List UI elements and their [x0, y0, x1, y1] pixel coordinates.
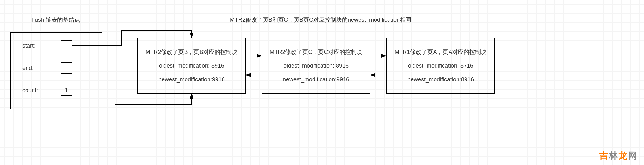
start-label: start: [22, 42, 61, 49]
base-node-end-row: end: [22, 62, 72, 74]
end-pointer-box [61, 62, 72, 74]
control-block-b: MTR2修改了页B，页B对应的控制块 oldest_modification: … [137, 38, 246, 94]
block-a-newest: newest_modification:8916 [407, 76, 474, 83]
block-a-title: MTR1修改了页A，页A对应的控制块 [394, 48, 487, 56]
block-c-newest: newest_modification:9916 [283, 76, 349, 83]
base-node-count-row: count: 1 [22, 85, 72, 96]
control-block-c: MTR2修改了页C，页C对应的控制块 oldest_modification: … [262, 38, 370, 94]
block-c-title: MTR2修改了页C，页C对应的控制块 [270, 48, 363, 56]
watermark: 吉林龙网 [599, 150, 638, 162]
block-b-oldest: oldest_modification: 8916 [159, 63, 224, 69]
block-b-title: MTR2修改了页B，页B对应的控制块 [145, 48, 238, 56]
start-pointer-box [61, 40, 72, 51]
block-c-oldest: oldest_modification: 8916 [284, 63, 349, 69]
block-a-oldest: oldest_modification: 8716 [408, 63, 473, 69]
count-label: count: [22, 87, 61, 94]
control-block-a: MTR1修改了页A，页A对应的控制块 oldest_modification: … [386, 38, 495, 94]
count-value-box: 1 [61, 85, 72, 96]
base-node-start-row: start: [22, 40, 72, 51]
block-b-newest: newest_modification:9916 [158, 76, 225, 83]
end-label: end: [22, 65, 61, 71]
diagram-title: flush 链表的基结点 [32, 16, 80, 24]
diagram-annotation: MTR2修改了页B和页C，页B页C对应控制块的newest_modificati… [230, 16, 411, 24]
